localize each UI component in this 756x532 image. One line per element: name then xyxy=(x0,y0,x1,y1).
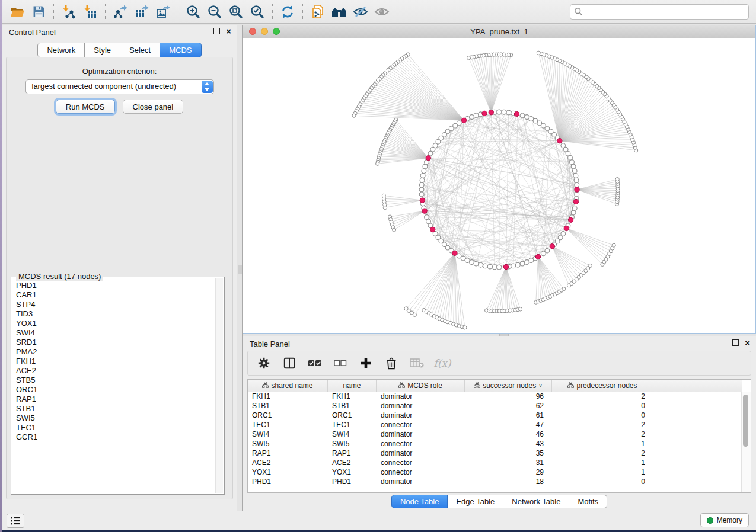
import-network-button[interactable] xyxy=(59,2,78,21)
export-table-button[interactable] xyxy=(132,2,151,21)
tab-mcds[interactable]: MCDS xyxy=(160,43,201,57)
column-header-predecessor-nodes[interactable]: predecessor nodes xyxy=(552,380,653,392)
cell-predecessor-nodes: 2 xyxy=(552,420,653,430)
refresh-button[interactable] xyxy=(278,2,297,21)
cell-successor-nodes: 47 xyxy=(465,420,552,430)
open-session-button[interactable] xyxy=(8,2,27,21)
zoom-out-button[interactable] xyxy=(205,2,224,21)
binoculars-button[interactable] xyxy=(330,2,349,21)
column-type-icon xyxy=(474,382,480,390)
cell-filler xyxy=(653,430,742,439)
tab-style[interactable]: Style xyxy=(85,43,120,57)
delete-table-button[interactable] xyxy=(409,355,425,371)
scrollbar-thumb[interactable] xyxy=(743,395,748,447)
tab-network-table[interactable]: Network Table xyxy=(503,495,569,508)
toolbar-separator xyxy=(178,4,178,20)
zoom-in-button[interactable] xyxy=(184,2,203,21)
vertical-splitter[interactable] xyxy=(237,25,243,511)
splitter-grip[interactable] xyxy=(238,265,243,274)
table-row[interactable]: RAP1RAP1dominator352 xyxy=(248,448,742,458)
list-item[interactable]: TID3 xyxy=(12,309,215,319)
float-panel-icon[interactable] xyxy=(732,339,739,346)
table-panel-tabs: Node TableEdge TableNetwork TableMotifs xyxy=(243,495,756,508)
table-row[interactable]: SWI4SWI4dominator462 xyxy=(248,430,742,439)
cell-predecessor-nodes: 0 xyxy=(552,401,653,411)
tab-node-table[interactable]: Node Table xyxy=(391,495,448,508)
list-item[interactable]: SWI4 xyxy=(12,328,215,338)
table-row[interactable]: TEC1TEC1connector472 xyxy=(248,420,742,430)
show-all-button[interactable] xyxy=(372,2,391,21)
list-item[interactable]: RAP1 xyxy=(12,395,215,404)
clone-network-button[interactable] xyxy=(308,2,327,21)
list-item[interactable]: STP4 xyxy=(12,300,215,309)
cell-mcds-role: connector xyxy=(377,458,465,467)
table-row[interactable]: ORC1ORC1dominator610 xyxy=(248,411,742,420)
table-row[interactable]: FKH1FKH1dominator962 xyxy=(248,392,742,401)
list-item[interactable]: SRD1 xyxy=(12,338,215,347)
close-panel-icon[interactable]: × xyxy=(745,340,750,346)
optimization-criterion-label: Optimization criterion: xyxy=(7,67,232,76)
cell-shared-name: SWI4 xyxy=(248,430,328,439)
cell-mcds-role: connector xyxy=(377,439,465,448)
table-scrollbar[interactable] xyxy=(741,392,751,492)
list-item[interactable]: TEC1 xyxy=(12,423,215,432)
table-row[interactable]: YOX1YOX1connector291 xyxy=(248,467,742,477)
zoom-selected-button[interactable] xyxy=(248,2,267,21)
network-graph[interactable] xyxy=(243,38,755,333)
criterion-select[interactable]: largest connected component (undirected) xyxy=(25,79,214,94)
export-image-button[interactable] xyxy=(154,2,173,21)
export-network-button[interactable] xyxy=(111,2,130,21)
table-row[interactable]: PHD1PHD1dominator180 xyxy=(248,477,742,486)
tab-motifs[interactable]: Motifs xyxy=(569,495,607,508)
list-item[interactable]: STB5 xyxy=(12,376,215,385)
column-type-icon xyxy=(567,382,574,390)
list-item[interactable]: PMA2 xyxy=(12,347,215,357)
table-row[interactable]: ACE2ACE2connector311 xyxy=(248,458,742,467)
list-item[interactable]: SWI5 xyxy=(12,414,215,423)
zoom-fit-button[interactable] xyxy=(227,2,245,21)
select-all-rows-button[interactable] xyxy=(307,355,323,371)
save-session-button[interactable] xyxy=(29,2,48,21)
list-item[interactable]: ORC1 xyxy=(12,385,215,395)
cell-successor-nodes: 35 xyxy=(465,448,552,458)
import-table-button[interactable] xyxy=(81,2,100,21)
cell-successor-nodes: 31 xyxy=(465,458,552,467)
cell-mcds-role: dominator xyxy=(377,392,465,401)
automation-panel-button[interactable] xyxy=(7,514,24,528)
tab-select[interactable]: Select xyxy=(120,43,160,57)
close-panel-icon[interactable]: × xyxy=(226,28,231,34)
list-item[interactable]: YOX1 xyxy=(12,319,215,328)
tab-network[interactable]: Network xyxy=(37,43,85,57)
cell-shared-name: TEC1 xyxy=(248,420,328,430)
column-header-shared-name[interactable]: shared name xyxy=(248,380,328,392)
search-input[interactable] xyxy=(583,7,745,17)
column-header-name[interactable]: name xyxy=(328,380,377,392)
list-item[interactable]: STB1 xyxy=(12,404,215,414)
tab-edge-table[interactable]: Edge Table xyxy=(448,495,503,508)
list-item[interactable]: GCR1 xyxy=(12,432,215,442)
table-row[interactable]: STB1STB1dominator620 xyxy=(248,401,742,411)
deselect-all-rows-button[interactable] xyxy=(333,355,348,371)
split-column-button[interactable] xyxy=(282,355,297,371)
cell-shared-name: STB1 xyxy=(248,401,328,411)
cell-filler xyxy=(653,411,742,420)
table-row[interactable]: SWI5SWI5connector431 xyxy=(248,439,742,448)
float-panel-icon[interactable] xyxy=(213,28,220,34)
create-column-button[interactable] xyxy=(358,355,374,371)
table-settings-button[interactable] xyxy=(256,355,272,371)
memory-button[interactable]: Memory xyxy=(700,513,749,527)
network-canvas[interactable] xyxy=(243,38,755,333)
list-item[interactable]: FKH1 xyxy=(12,357,215,366)
run-mcds-button[interactable]: Run MCDS xyxy=(56,100,115,114)
column-header-successor-nodes[interactable]: successor nodes∨ xyxy=(465,380,552,392)
delete-column-button[interactable] xyxy=(384,355,399,371)
list-item[interactable]: ACE2 xyxy=(12,366,215,376)
list-item[interactable]: PHD1 xyxy=(12,281,215,290)
cell-shared-name: FKH1 xyxy=(248,392,328,401)
close-panel-button[interactable]: Close panel xyxy=(123,100,184,114)
column-header-mcds-role[interactable]: MCDS role xyxy=(377,380,465,392)
function-builder-button[interactable]: f(x) xyxy=(435,355,450,371)
result-list-scrollbar[interactable] xyxy=(215,278,223,493)
hide-selected-button[interactable] xyxy=(351,2,370,21)
list-item[interactable]: CAR1 xyxy=(12,290,215,300)
